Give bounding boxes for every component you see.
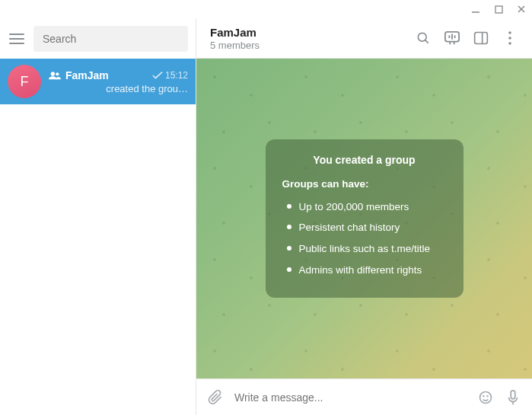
service-list: Up to 200,000 members Persistent chat hi…: [282, 199, 447, 278]
service-subtitle: Groups can have:: [282, 176, 447, 193]
svg-rect-12: [475, 33, 488, 44]
search-input[interactable]: [43, 33, 179, 45]
service-list-item: Public links such as t.me/title: [285, 241, 447, 257]
svg-point-5: [56, 72, 59, 75]
menu-button[interactable]: [8, 30, 26, 48]
chat-preview: created the grou…: [49, 83, 188, 94]
service-list-item: Admins with different rights: [285, 262, 447, 279]
chat-name: FamJam: [65, 69, 109, 81]
composer: [196, 378, 532, 415]
chat-header: FamJam 5 members: [196, 18, 532, 59]
group-icon: [49, 71, 61, 80]
svg-line-7: [425, 40, 428, 43]
microphone-icon[interactable]: [505, 389, 521, 406]
search-icon[interactable]: [415, 30, 432, 46]
attach-icon[interactable]: [207, 389, 224, 406]
chat-time: 15:12: [165, 70, 188, 81]
svg-point-19: [487, 395, 488, 396]
svg-point-14: [508, 31, 511, 34]
message-input[interactable]: [234, 391, 467, 404]
close-button[interactable]: [517, 5, 526, 14]
check-icon: [152, 71, 163, 80]
chat-list-item[interactable]: F FamJam 15:12 created the grou…: [0, 59, 196, 104]
sidebar-header: [0, 18, 196, 59]
service-list-item: Persistent chat history: [285, 219, 447, 236]
search-field[interactable]: [33, 26, 188, 52]
chat-avatar: F: [8, 65, 41, 98]
minimize-button[interactable]: [471, 5, 480, 14]
chat-body: You created a group Groups can have: Up …: [196, 59, 532, 378]
svg-point-16: [508, 42, 511, 45]
sidebar-toggle-icon[interactable]: [473, 30, 489, 46]
window-titlebar: [0, 0, 532, 18]
voice-chat-icon[interactable]: [444, 30, 460, 46]
chat-subtitle: 5 members: [210, 40, 415, 51]
chat-item-text: FamJam 15:12 created the grou…: [49, 69, 188, 94]
svg-rect-20: [511, 390, 515, 398]
svg-rect-1: [495, 6, 502, 13]
svg-point-17: [480, 391, 492, 403]
svg-point-15: [508, 37, 511, 40]
chat-title: FamJam: [210, 26, 415, 39]
service-list-item: Up to 200,000 members: [285, 199, 447, 215]
sidebar: F FamJam 15:12 created the grou…: [0, 18, 196, 415]
svg-point-4: [51, 72, 55, 75]
maximize-button[interactable]: [494, 5, 503, 14]
emoji-icon[interactable]: [477, 389, 494, 406]
more-icon[interactable]: [502, 30, 518, 46]
service-message: You created a group Groups can have: Up …: [266, 139, 464, 298]
svg-point-18: [483, 395, 484, 396]
svg-point-6: [418, 33, 426, 41]
chat-header-info[interactable]: FamJam 5 members: [210, 26, 415, 51]
service-title: You created a group: [282, 152, 447, 168]
main-panel: FamJam 5 members You created: [196, 18, 532, 415]
